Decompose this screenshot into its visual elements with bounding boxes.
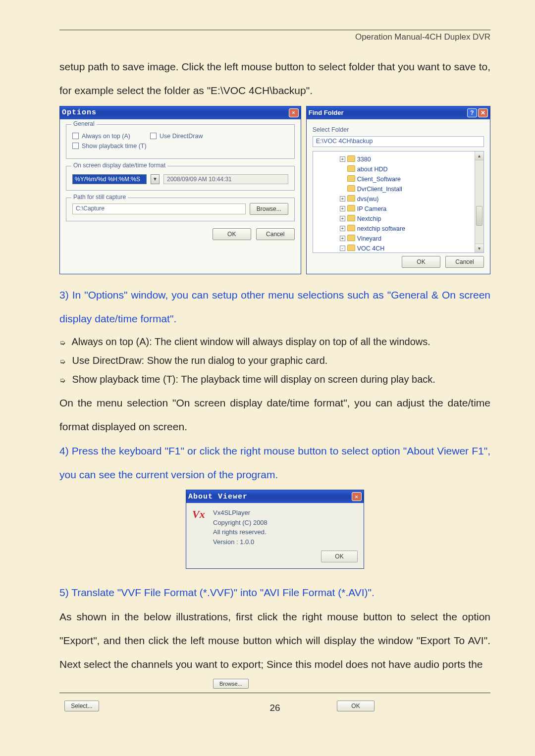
body-paragraph: 4) Press the keyboard "F1" or click the … [59, 439, 490, 487]
about-info-text: Vx4SLPlayer Copyright (C) 2008 All right… [213, 508, 268, 547]
tree-item-label: dvs(wu) [357, 196, 379, 202]
bullet-item: ➭ Use DirectDraw: Show the run dialog to… [59, 353, 490, 368]
about-title: About Viewer [188, 493, 248, 501]
ok-button[interactable]: OK [213, 228, 251, 240]
scroll-up-icon[interactable]: ▴ [475, 151, 483, 160]
tree-item-label: DvrClient_Install [357, 186, 402, 193]
tree-item[interactable]: DvrClient_Install [340, 184, 481, 194]
checkbox-icon [72, 143, 79, 149]
browse-button[interactable]: Browse... [213, 679, 249, 689]
tree-item[interactable]: +IP Camera [340, 204, 481, 214]
ok-button[interactable]: OK [337, 701, 374, 711]
bullet-icon: ➭ [59, 355, 66, 367]
folder-icon [347, 165, 355, 172]
expand-icon[interactable]: + [340, 216, 345, 221]
tree-item[interactable]: +Nextchip [340, 214, 481, 224]
tree-item-label: 3380 [357, 156, 371, 163]
capture-path-input[interactable]: C:\Capture [72, 203, 246, 214]
bullet-icon: ➭ [59, 374, 66, 386]
options-title-bar[interactable]: Options ✕ [60, 106, 301, 119]
folder-icon [347, 195, 355, 202]
folder-path-input[interactable]: E:\VOC 4CH\backup [313, 136, 484, 147]
show-playback-time-checkbox[interactable]: Show playback time (T) [72, 143, 147, 150]
datetime-format-group: On screen display date/time format %Y/%m… [66, 166, 295, 191]
expand-icon[interactable]: + [340, 206, 345, 211]
tree-item[interactable]: -VOC 4CH [340, 244, 481, 253]
ok-button[interactable]: OK [402, 256, 440, 268]
body-paragraph: As shown in the below illustrations, fir… [59, 605, 490, 677]
folder-icon [347, 245, 355, 251]
page-number: 26 [59, 703, 490, 713]
tree-item-label: VOC 4CH [357, 245, 385, 252]
expand-icon[interactable]: + [340, 196, 345, 202]
body-paragraph: 3) In "Options" window, you can setup ot… [59, 283, 490, 331]
folder-icon [347, 185, 355, 192]
browse-button[interactable]: Browse... [250, 203, 288, 215]
tree-item-label: Vineyard [357, 235, 381, 242]
body-paragraph: setup path to save image. Click the left… [59, 55, 490, 103]
use-directdraw-checkbox[interactable]: Use DirectDraw [150, 133, 203, 140]
body-paragraph: On the menu selection "On screen display… [59, 391, 490, 439]
tree-item[interactable]: +dvs(wu) [340, 194, 481, 204]
close-icon[interactable]: ✕ [478, 108, 488, 117]
find-folder-title-bar[interactable]: Find Folder ? ✕ [307, 106, 490, 119]
cancel-button[interactable]: Cancel [445, 256, 484, 268]
collapse-icon[interactable]: - [340, 246, 345, 251]
tree-item-label: nextchip software [357, 225, 405, 232]
folder-icon [347, 155, 355, 162]
group-legend: On screen display date/time format [71, 162, 167, 169]
tree-item-label: about HDD [357, 166, 388, 173]
expand-icon[interactable]: + [340, 226, 345, 231]
tree-item[interactable]: +nextchip software [340, 224, 481, 234]
capture-path-group: Path for still capture C:\Capture Browse… [66, 198, 295, 221]
group-legend: Path for still capture [71, 194, 128, 201]
expand-icon[interactable]: + [340, 236, 345, 241]
page-header-title: Operation Manual-4CH Duplex DVR [59, 32, 490, 42]
general-group: General Always on top (A) Use DirectDraw [66, 124, 295, 159]
tree-item-label: Client_Software [357, 176, 401, 183]
header-rule [59, 30, 490, 30]
tree-item-label: Nextchip [357, 215, 381, 222]
checkbox-icon [150, 133, 157, 139]
tree-item-label: IP Camera [357, 205, 387, 212]
folder-icon [347, 205, 355, 211]
tree-item[interactable]: about HDD [340, 164, 481, 174]
expand-icon[interactable]: + [340, 156, 345, 162]
tree-item[interactable]: Client_Software [340, 174, 481, 184]
always-on-top-checkbox[interactable]: Always on top (A) [72, 133, 130, 140]
scrollbar[interactable]: ▴ ▾ [475, 151, 483, 252]
folder-icon [347, 215, 355, 221]
bullet-icon: ➭ [59, 337, 66, 349]
find-folder-title: Find Folder [309, 109, 344, 116]
datetime-format-select[interactable]: %Y/%m/%d %H:%M:%S [72, 174, 147, 184]
chevron-down-icon[interactable]: ▼ [151, 174, 160, 184]
folder-icon [347, 175, 355, 182]
tree-item[interactable]: +Vineyard [340, 234, 481, 244]
tree-item[interactable]: +3380 [340, 154, 481, 164]
datetime-format-preview: 2008/09/09 AM 10:44:31 [163, 174, 288, 184]
select-folder-label: Select Folder [313, 126, 484, 133]
body-paragraph: 5) Translate "VVF File Format (*.VVF)" i… [59, 581, 490, 605]
footer-rule [59, 693, 490, 693]
ok-button[interactable]: OK [321, 551, 358, 562]
app-logo-icon: Vx [192, 508, 206, 521]
cancel-button[interactable]: Cancel [256, 228, 295, 240]
group-legend: General [71, 120, 97, 127]
bullet-item: ➭ Always on top (A): The client window w… [59, 334, 490, 350]
folder-icon [347, 235, 355, 241]
options-title: Options [62, 108, 97, 117]
checkbox-icon [72, 133, 79, 139]
folder-icon [347, 225, 355, 231]
about-title-bar[interactable]: About Viewer ✕ [186, 490, 364, 503]
bullet-item: ➭ Show playback time (T): The playback t… [59, 371, 490, 387]
scroll-thumb[interactable] [476, 206, 482, 226]
folder-tree[interactable]: +3380about HDDClient_SoftwareDvrClient_I… [313, 151, 484, 253]
help-icon[interactable]: ? [467, 108, 477, 117]
close-icon[interactable]: ✕ [352, 492, 362, 501]
close-icon[interactable]: ✕ [289, 108, 299, 117]
scroll-down-icon[interactable]: ▾ [475, 244, 483, 252]
